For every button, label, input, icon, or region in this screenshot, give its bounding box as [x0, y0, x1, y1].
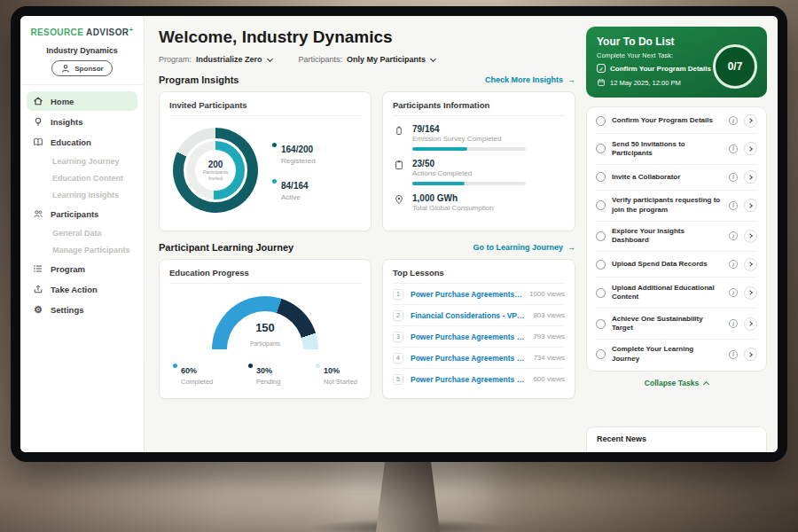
- sidebar-item-settings[interactable]: ⚙ Settings: [27, 300, 137, 319]
- lesson-link[interactable]: Financial Considerations - VPPAs: [411, 311, 526, 320]
- task-row[interactable]: Confirm Your Program Details i: [596, 108, 757, 134]
- task-row[interactable]: Achieve One Sustainability Target i: [596, 309, 757, 340]
- info-icon[interactable]: i: [729, 350, 738, 359]
- task-checkbox[interactable]: [596, 288, 606, 298]
- scene: RESOURCE ADVISOR+ Industry Dynamics Spon…: [0, 0, 798, 532]
- info-icon[interactable]: i: [729, 173, 738, 182]
- program-value: Industrialize Zero: [196, 55, 262, 64]
- gauge-center-value: 150: [212, 322, 318, 333]
- chevron-right-icon[interactable]: [744, 286, 757, 300]
- lesson-link[interactable]: Power Purchase Agreements 101: [411, 290, 522, 299]
- info-icon[interactable]: i: [729, 201, 738, 210]
- todo-next-task[interactable]: ✓ Confirm Your Program Details: [597, 64, 712, 73]
- task-row[interactable]: Explore Your Insights Dashboard i: [596, 222, 757, 253]
- info-icon[interactable]: i: [729, 288, 738, 297]
- task-label: Upload Spend Data Records: [612, 260, 723, 269]
- app-logo[interactable]: RESOURCE ADVISOR+: [20, 26, 144, 37]
- sidebar-item-general-data[interactable]: General Data: [27, 224, 137, 241]
- lesson-link[interactable]: Power Purchase Agreements 103: [411, 375, 526, 384]
- logo-secondary: ADVISOR: [86, 27, 129, 37]
- sidebar-item-take-action[interactable]: Take Action: [27, 279, 137, 299]
- go-to-learning-journey-link[interactable]: Go to Learning Journey →: [473, 243, 575, 252]
- task-checkbox[interactable]: [596, 349, 606, 359]
- card-title: Participants Information: [393, 100, 565, 116]
- location-pin-icon: [393, 193, 404, 212]
- chevron-right-icon[interactable]: [744, 317, 757, 331]
- sidebar-item-insights[interactable]: Insights: [27, 112, 137, 131]
- lesson-row: 1 Power Purchase Agreements 101 1000 vie…: [393, 284, 565, 305]
- lesson-rank: 2: [393, 310, 403, 321]
- sidebar-item-manage-participants[interactable]: Manage Participants: [27, 241, 137, 258]
- sponsor-badge[interactable]: Sponsor: [51, 60, 112, 76]
- invited-donut-inner: 200 Participants Invited: [184, 138, 247, 202]
- info-row-actions: 23/50 Actions Completed: [393, 159, 565, 185]
- info-icon[interactable]: i: [729, 116, 738, 125]
- insights-cards-row: Invited Participants 200 Participants In…: [159, 91, 575, 231]
- task-row[interactable]: Upload Spend Data Records i: [596, 252, 757, 278]
- lesson-row: 5 Power Purchase Agreements 103 600 view…: [393, 369, 565, 389]
- program-select[interactable]: Program: Industrialize Zero: [159, 55, 272, 64]
- info-icon[interactable]: i: [729, 145, 738, 153]
- sidebar-item-home[interactable]: Home: [27, 91, 137, 111]
- sidebar-item-learning-journey[interactable]: Learning Journey: [27, 153, 137, 169]
- checkbox-icon[interactable]: ✓: [597, 64, 606, 73]
- chevron-right-icon[interactable]: [744, 142, 757, 155]
- sidebar-item-label: General Data: [52, 229, 102, 238]
- sidebar-item-label: Education Content: [52, 174, 123, 183]
- info-icon[interactable]: i: [729, 260, 738, 269]
- gear-icon: ⚙: [33, 304, 43, 315]
- task-row[interactable]: Complete Your Learning Journey i: [596, 340, 757, 370]
- main-content: Welcome, Industry Dynamics Program: Indu…: [145, 16, 586, 452]
- info-icon[interactable]: i: [729, 231, 738, 240]
- task-checkbox[interactable]: [596, 231, 606, 241]
- legend-registered: 164/200 Registered: [272, 140, 316, 165]
- task-row[interactable]: Send 50 Invitations to Participants i: [596, 134, 757, 165]
- info-icon[interactable]: i: [729, 319, 738, 328]
- legend-label: Registered: [281, 157, 316, 165]
- info-label: Emission Survey Completed: [412, 135, 526, 143]
- participants-select[interactable]: Participants: Only My Participants: [299, 55, 436, 64]
- task-row[interactable]: Invite a Collaborator i: [596, 165, 757, 191]
- chevron-right-icon[interactable]: [744, 258, 757, 271]
- sidebar-item-participants[interactable]: Participants: [27, 204, 137, 223]
- legend-value: 10%: [324, 366, 340, 375]
- collapse-tasks-link[interactable]: Collapse Tasks: [586, 372, 767, 391]
- sidebar-item-learning-insights[interactable]: Learning Insights: [27, 186, 137, 203]
- lesson-views: 734 views: [533, 354, 565, 362]
- task-checkbox[interactable]: [596, 260, 606, 270]
- legend-label: Not Started: [324, 378, 357, 386]
- lesson-link[interactable]: Power Purchase Agreements 102: [411, 354, 526, 363]
- task-row[interactable]: Upload Additional Educational Content i: [596, 278, 757, 309]
- due-date-label: 12 May 2025, 12:00 PM: [610, 79, 681, 87]
- lesson-link[interactable]: Power Purchase Agreements 101: [411, 332, 526, 341]
- sidebar-item-label: Learning Insights: [52, 191, 119, 200]
- legend-label: Completed: [181, 378, 213, 386]
- task-checkbox[interactable]: [596, 172, 606, 182]
- sidebar-item-education[interactable]: Education: [27, 132, 137, 152]
- lesson-rank: 3: [393, 332, 403, 342]
- chevron-right-icon[interactable]: [744, 348, 757, 361]
- chevron-right-icon[interactable]: [744, 114, 757, 128]
- task-checkbox[interactable]: [596, 319, 606, 329]
- chevron-right-icon[interactable]: [744, 199, 757, 212]
- sidebar-item-education-content[interactable]: Education Content: [27, 169, 137, 186]
- sidebar-item-label: Manage Participants: [52, 246, 130, 254]
- task-label: Explore Your Insights Dashboard: [612, 227, 723, 246]
- todo-column: Your To Do List Complete Your Next Task:…: [586, 16, 778, 452]
- lesson-views: 803 views: [533, 311, 565, 319]
- clipboard-icon: [393, 159, 404, 185]
- task-checkbox[interactable]: [596, 116, 606, 126]
- task-row[interactable]: Verify participants requesting to join t…: [596, 191, 757, 222]
- lesson-views: 1000 views: [529, 290, 565, 298]
- check-more-insights-link[interactable]: Check More Insights →: [485, 75, 575, 84]
- sidebar-item-program[interactable]: Program: [27, 259, 137, 278]
- info-value: 79/164: [412, 124, 526, 134]
- legend-value: 164/200: [281, 145, 313, 154]
- sidebar-item-label: Insights: [51, 117, 82, 127]
- chevron-right-icon[interactable]: [744, 170, 757, 184]
- recent-news-header[interactable]: Recent News: [586, 426, 767, 452]
- participants-information-card: Participants Information 79/164 Emission…: [382, 91, 575, 231]
- task-checkbox[interactable]: [596, 200, 606, 210]
- chevron-right-icon[interactable]: [744, 230, 757, 243]
- task-checkbox[interactable]: [596, 144, 606, 153]
